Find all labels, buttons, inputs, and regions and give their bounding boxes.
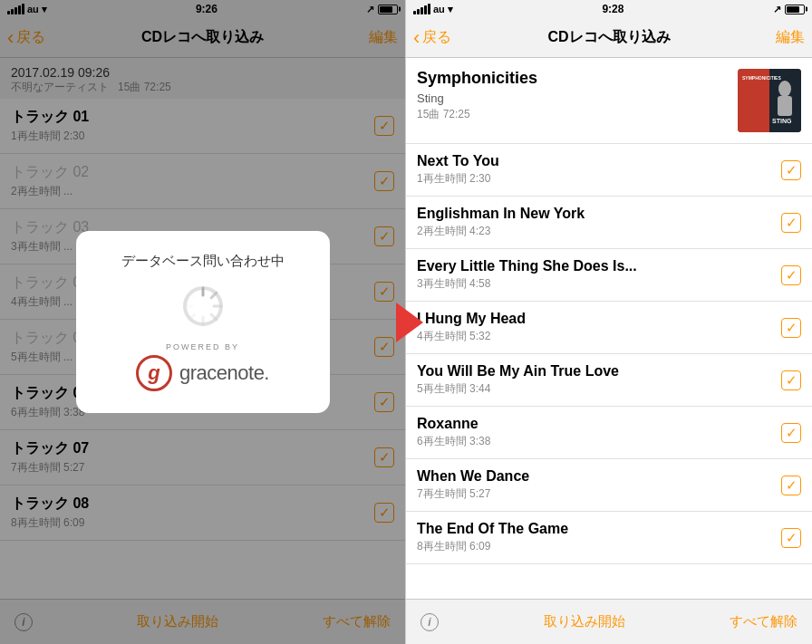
right-track-name-7: When We Dance: [417, 468, 774, 485]
arrow-right: ↗: [773, 4, 781, 15]
right-track-sub-5: 5再生時間 3:44: [417, 381, 774, 397]
right-track-check-4[interactable]: [781, 318, 801, 338]
right-nav-bar: 戻る CDレコへ取り込み 編集: [406, 18, 812, 58]
right-track-check-1[interactable]: [781, 160, 801, 180]
svg-line-6: [189, 314, 195, 320]
time-right: 9:28: [602, 3, 624, 15]
loading-spinner: [181, 284, 225, 328]
right-deselect-button[interactable]: すべて解除: [730, 613, 798, 630]
right-bottom-bar: i 取り込み開始 すべて解除: [406, 599, 812, 644]
right-track-8[interactable]: The End Of The Game 8再生時間 6:09: [406, 512, 812, 564]
right-track-4[interactable]: I Hung My Head 4再生時間 5:32: [406, 302, 812, 354]
right-nav-title: CDレコへ取り込み: [547, 28, 670, 47]
svg-line-2: [211, 293, 217, 298]
svg-line-8: [189, 293, 195, 298]
svg-point-11: [778, 81, 791, 97]
right-track-name-6: Roxanne: [417, 416, 774, 432]
modal-overlay: データベース問い合わせ中: [0, 0, 405, 644]
right-back-button[interactable]: 戻る: [413, 28, 451, 48]
svg-line-4: [211, 314, 217, 320]
right-track-sub-6: 6再生時間 3:38: [417, 434, 774, 449]
svg-text:SYMPHONICITIES: SYMPHONICITIES: [742, 75, 781, 81]
right-track-sub-3: 3再生時間 4:58: [417, 276, 774, 292]
svg-text:STING: STING: [772, 118, 792, 124]
right-track-list: Next To You 1再生時間 2:30 Englishman In New…: [406, 144, 812, 599]
right-track-name-2: Englishman In New York: [417, 206, 774, 222]
right-track-name-1: Next To You: [417, 153, 774, 169]
right-signal-dots: [413, 4, 430, 14]
gracenote-brand-row: g gracenote.: [136, 355, 269, 391]
svg-rect-12: [778, 96, 792, 116]
right-track-6[interactable]: Roxanne 6再生時間 3:38: [406, 407, 812, 459]
right-import-button[interactable]: 取り込み開始: [544, 613, 625, 630]
right-status-bar: au ▾ 9:28 ↗: [406, 0, 812, 18]
right-panel: au ▾ 9:28 ↗ 戻る CDレコへ取り込み 編集 Symphoniciti…: [406, 0, 812, 644]
battery-right: [785, 5, 805, 14]
right-track-check-6[interactable]: [781, 423, 801, 443]
right-track-name-3: Every Little Thing She Does Is...: [417, 258, 774, 274]
right-info-icon[interactable]: i: [420, 613, 439, 631]
powered-by-text: POWERED BY: [166, 342, 239, 351]
album-artist: Sting: [417, 91, 729, 105]
album-title: Symphonicities: [417, 69, 729, 88]
right-track-2[interactable]: Englishman In New York 2再生時間 4:23: [406, 197, 812, 249]
right-track-sub-8: 8再生時間 6:09: [417, 539, 774, 554]
right-track-check-3[interactable]: [781, 265, 801, 285]
left-panel: au ▾ 9:26 ↗ 戻る CDレコへ取り込み 編集 2017.02.19 0…: [0, 0, 406, 644]
right-track-check-8[interactable]: [781, 528, 801, 548]
album-art: SYMPHONICITIES STING: [738, 69, 801, 132]
right-track-1[interactable]: Next To You 1再生時間 2:30: [406, 144, 812, 197]
album-header: Symphonicities Sting 15曲 72:25 SYMPHONIC…: [406, 58, 812, 144]
right-track-3[interactable]: Every Little Thing She Does Is... 3再生時間 …: [406, 249, 812, 302]
right-track-sub-2: 2再生時間 4:23: [417, 224, 774, 239]
wifi-right: ▾: [448, 4, 453, 15]
right-track-name-8: The End Of The Game: [417, 521, 774, 537]
right-track-name-5: You Will Be My Ain True Love: [417, 363, 774, 380]
album-meta: 15曲 72:25: [417, 107, 729, 122]
battery-fill-right: [787, 6, 799, 13]
right-edit-button[interactable]: 編集: [776, 28, 805, 47]
gracenote-modal: データベース問い合わせ中: [76, 231, 330, 413]
right-track-check-7[interactable]: [781, 476, 801, 495]
gracenote-g-icon: g: [136, 355, 172, 391]
right-track-check-2[interactable]: [781, 213, 801, 233]
modal-title: データベース問い合わせ中: [121, 253, 285, 270]
right-signal: au ▾: [413, 4, 453, 15]
right-track-7[interactable]: When We Dance 7再生時間 5:27: [406, 459, 812, 512]
right-track-sub-7: 7再生時間 5:27: [417, 486, 774, 502]
right-track-5[interactable]: You Will Be My Ain True Love 5再生時間 3:44: [406, 354, 812, 407]
right-track-sub-1: 1再生時間 2:30: [417, 171, 774, 187]
album-info: Symphonicities Sting 15曲 72:25: [417, 69, 729, 122]
right-status-right: ↗: [773, 4, 805, 15]
transition-arrow: [396, 303, 423, 342]
right-track-name-4: I Hung My Head: [417, 311, 774, 327]
gracenote-brand-text: gracenote.: [179, 361, 269, 385]
carrier-right: au: [433, 4, 445, 14]
right-track-check-5[interactable]: [781, 370, 801, 390]
right-track-sub-4: 4再生時間 5:32: [417, 329, 774, 344]
gracenote-logo: POWERED BY g gracenote.: [136, 342, 269, 391]
